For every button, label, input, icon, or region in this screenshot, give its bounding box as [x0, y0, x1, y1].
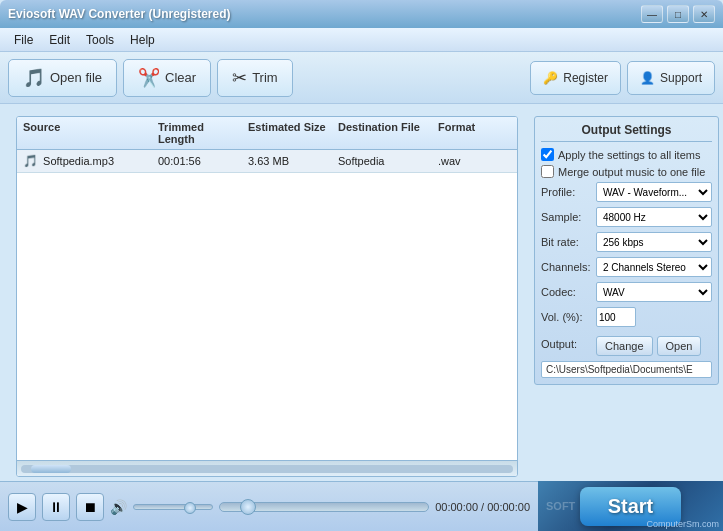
bitrate-row: Bit rate: 256 kbps	[541, 232, 712, 252]
trim-icon: ✂	[232, 67, 247, 89]
vol-label: Vol. (%):	[541, 311, 596, 323]
title-bar: Eviosoft WAV Converter (Unregistered) — …	[0, 0, 723, 28]
col-header-dest: Destination File	[332, 117, 432, 149]
register-button[interactable]: 🔑 Register	[530, 61, 621, 95]
profile-select[interactable]: WAV - Waveform...	[596, 182, 712, 202]
bitrate-select[interactable]: 256 kbps	[596, 232, 712, 252]
sample-select[interactable]: 48000 Hz	[596, 207, 712, 227]
codec-label: Codec:	[541, 286, 596, 298]
register-label: Register	[563, 71, 608, 85]
col-header-source: Source	[17, 117, 152, 149]
trim-button[interactable]: ✂ Trim	[217, 59, 293, 97]
pause-button[interactable]: ⏸	[42, 493, 70, 521]
toolbar-right: 🔑 Register 👤 Support	[530, 61, 715, 95]
scroll-track	[21, 465, 513, 473]
window-title: Eviosoft WAV Converter (Unregistered)	[8, 7, 230, 21]
clear-label: Clear	[165, 70, 196, 85]
output-row: Output: Change Open	[541, 332, 712, 356]
output-settings-panel: Output Settings Apply the settings to al…	[534, 116, 719, 385]
key-icon: 🔑	[543, 71, 558, 85]
support-label: Support	[660, 71, 702, 85]
vol-input[interactable]	[596, 307, 636, 327]
menu-help[interactable]: Help	[122, 31, 163, 49]
volume-slider[interactable]	[133, 504, 213, 510]
start-button-area: SOFT Start ComputerSm.com	[538, 481, 723, 531]
menu-edit[interactable]: Edit	[41, 31, 78, 49]
watermark: SOFT	[546, 500, 575, 512]
file-list-header: Source Trimmed Length Estimated Size Des…	[17, 117, 517, 150]
open-file-label: Open file	[50, 70, 102, 85]
merge-output-label: Merge output music to one file	[558, 166, 705, 178]
output-settings-title: Output Settings	[541, 123, 712, 142]
file-source: 🎵 Softpedia.mp3	[17, 150, 152, 172]
output-path: C:\Users\Softpedia\Documents\E	[541, 361, 712, 378]
file-format: .wav	[432, 151, 492, 171]
volume-thumb	[184, 502, 196, 514]
player-controls: ▶ ⏸ ⏹ 🔊 00:00:00 / 00:00:00	[0, 481, 538, 531]
profile-label: Profile:	[541, 186, 596, 198]
bitrate-label: Bit rate:	[541, 236, 596, 248]
toolbar: 🎵 Open file ✂️ Clear ✂ Trim 🔑 Register 👤…	[0, 52, 723, 104]
channels-label: Channels:	[541, 261, 596, 273]
trim-label: Trim	[252, 70, 278, 85]
stop-button[interactable]: ⏹	[76, 493, 104, 521]
channels-select[interactable]: 2 Channels Stereo	[596, 257, 712, 277]
play-button[interactable]: ▶	[8, 493, 36, 521]
file-list-body: 🎵 Softpedia.mp3 00:01:56 3.63 MB Softped…	[17, 150, 517, 460]
apply-settings-checkbox[interactable]	[541, 148, 554, 161]
file-icon: 🎵	[23, 154, 38, 168]
volume-icon: 🔊	[110, 499, 127, 515]
apply-settings-label: Apply the settings to all items	[558, 149, 700, 161]
channels-row: Channels: 2 Channels Stereo	[541, 257, 712, 277]
person-icon: 👤	[640, 71, 655, 85]
menu-file[interactable]: File	[6, 31, 41, 49]
open-button[interactable]: Open	[657, 336, 702, 356]
progress-bar[interactable]	[219, 502, 429, 512]
open-file-button[interactable]: 🎵 Open file	[8, 59, 117, 97]
col-header-trimmed: Trimmed Length	[152, 117, 242, 149]
scroll-thumb	[31, 465, 71, 473]
brand-label: ComputerSm.com	[646, 519, 719, 529]
horizontal-scrollbar[interactable]	[17, 460, 517, 476]
support-button[interactable]: 👤 Support	[627, 61, 715, 95]
table-row[interactable]: 🎵 Softpedia.mp3 00:01:56 3.63 MB Softped…	[17, 150, 517, 173]
change-button[interactable]: Change	[596, 336, 653, 356]
col-header-estimated: Estimated Size	[242, 117, 332, 149]
file-trimmed: 00:01:56	[152, 151, 242, 171]
clear-icon: ✂️	[138, 67, 160, 89]
merge-output-checkbox[interactable]	[541, 165, 554, 178]
music-note-icon: 🎵	[23, 67, 45, 89]
file-destination: Softpedia	[332, 151, 432, 171]
close-button[interactable]: ✕	[693, 5, 715, 23]
clear-button[interactable]: ✂️ Clear	[123, 59, 211, 97]
apply-settings-row: Apply the settings to all items	[541, 148, 712, 161]
output-btn-row: Change Open	[596, 336, 701, 356]
title-bar-controls: — □ ✕	[641, 5, 715, 23]
sample-label: Sample:	[541, 211, 596, 223]
codec-select[interactable]: WAV	[596, 282, 712, 302]
minimize-button[interactable]: —	[641, 5, 663, 23]
output-label: Output:	[541, 338, 596, 350]
time-display: 00:00:00 / 00:00:00	[435, 501, 530, 513]
maximize-button[interactable]: □	[667, 5, 689, 23]
menu-bar: File Edit Tools Help	[0, 28, 723, 52]
merge-output-row: Merge output music to one file	[541, 165, 712, 178]
col-header-format: Format	[432, 117, 492, 149]
menu-tools[interactable]: Tools	[78, 31, 122, 49]
codec-row: Codec: WAV	[541, 282, 712, 302]
progress-thumb	[240, 499, 256, 515]
profile-row: Profile: WAV - Waveform...	[541, 182, 712, 202]
file-estimated: 3.63 MB	[242, 151, 332, 171]
file-list-container: Source Trimmed Length Estimated Size Des…	[16, 116, 518, 477]
sample-row: Sample: 48000 Hz	[541, 207, 712, 227]
vol-row: Vol. (%):	[541, 307, 712, 327]
